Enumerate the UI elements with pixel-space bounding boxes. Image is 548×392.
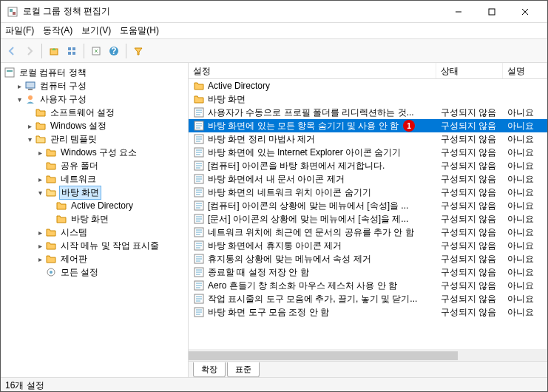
list-row[interactable]: 작업 표시줄의 도구 모음에 추가, 끌기, 놓기 및 닫기...구성되지 않음…: [189, 292, 547, 305]
tree-shared[interactable]: 공유 폴더: [4, 159, 185, 172]
list-row[interactable]: 휴지통의 상황에 맞는 메뉴에서 속성 제거구성되지 않음아니요: [189, 252, 547, 266]
tree-user[interactable]: ▾사용자 구성: [4, 92, 185, 106]
item-name: Aero 흔들기 창 최소화 마우스 제스처 사용 안 함: [208, 280, 397, 292]
chevron-right-icon[interactable]: ▸: [14, 82, 24, 90]
list-button[interactable]: [64, 43, 80, 59]
list-row[interactable]: 바탕 화면에서 내 문서 아이콘 제거구성되지 않음아니요: [189, 172, 547, 186]
tree-net[interactable]: ▸네트워크: [4, 172, 185, 186]
item-desc: 아니요: [503, 253, 547, 266]
folder-icon: [45, 160, 57, 172]
toolbar: ?: [1, 39, 547, 63]
item-state: 구성되지 않음: [436, 200, 503, 212]
back-button[interactable]: [4, 43, 20, 59]
tree-startmenu[interactable]: ▸시작 메뉴 및 작업 표시줄: [4, 239, 185, 252]
setting-icon: [193, 146, 205, 158]
tab-extended[interactable]: 확장: [193, 362, 226, 377]
chevron-right-icon[interactable]: ▸: [35, 255, 45, 263]
item-state: 구성되지 않음: [436, 266, 503, 279]
column-desc[interactable]: 설명: [503, 63, 547, 78]
list-row[interactable]: Active Directory: [189, 79, 547, 92]
svg-rect-1: [10, 9, 13, 12]
svg-rect-17: [26, 82, 35, 88]
tree-adm[interactable]: ▾관리 템플릿: [4, 132, 185, 146]
column-name[interactable]: 설정: [189, 63, 436, 78]
item-name: 바탕 화면 정리 마법사 제거: [208, 133, 315, 146]
list-row[interactable]: [컴퓨터] 아이콘의 상황에 맞는 메뉴에서 [속성]을 ...구성되지 않음아…: [189, 199, 547, 212]
window-title: 로컬 그룹 정책 편집기: [23, 5, 442, 18]
item-state: 구성되지 않음: [436, 107, 503, 119]
folder-icon: [55, 200, 67, 212]
list-row[interactable]: 사용자가 수동으로 프로필 폴더를 리디렉션하는 것...구성되지 않음아니요: [189, 106, 547, 119]
item-name: 작업 표시줄의 도구 모음에 추가, 끌기, 놓기 및 닫기...: [208, 293, 417, 305]
setting-icon: [193, 160, 205, 172]
menu-action[interactable]: 동작(A): [43, 24, 72, 37]
tree-winc[interactable]: ▸Windows 구성 요소: [4, 146, 185, 159]
refresh-button[interactable]: [88, 43, 104, 59]
statusbar: 16개 설정: [1, 377, 547, 392]
item-desc: 아니요: [503, 280, 547, 292]
list-row[interactable]: Aero 흔들기 창 최소화 마우스 제스처 사용 안 함구성되지 않음아니요: [189, 279, 547, 292]
item-state: 구성되지 않음: [436, 186, 503, 199]
menu-view[interactable]: 보기(V): [81, 24, 111, 37]
list-row[interactable]: 바탕 화면에 있는 모든 항목 숨기기 및 사용 안 함1구성되지 않음아니요: [189, 119, 547, 132]
item-state: 구성되지 않음: [436, 173, 503, 186]
list-row[interactable]: 바탕 화면의 네트워크 위치 아이콘 숨기기구성되지 않음아니요: [189, 186, 547, 199]
item-desc: 아니요: [503, 133, 547, 146]
menu-file[interactable]: 파일(F): [5, 24, 34, 37]
column-state[interactable]: 상태: [436, 63, 503, 78]
setting-icon: [193, 107, 205, 118]
list-row[interactable]: 종료할 때 설정 저장 안 함구성되지 않음아니요: [189, 266, 547, 279]
setting-icon: [193, 306, 205, 318]
horizontal-scrollbar[interactable]: [189, 349, 547, 361]
svg-rect-18: [28, 89, 33, 90]
tree-pane[interactable]: 로컬 컴퓨터 정책 ▸컴퓨터 구성 ▾사용자 구성 소프트웨어 설정 ▸Wind…: [1, 63, 189, 377]
tree-soft[interactable]: 소프트웨어 설정: [4, 106, 185, 119]
tab-standard[interactable]: 표준: [227, 362, 260, 377]
item-desc: 아니요: [503, 173, 547, 186]
list-row[interactable]: 바탕 화면에서 휴지통 아이콘 제거구성되지 않음아니요: [189, 239, 547, 252]
item-name: 바탕 화면 도구 모음 조정 안 함: [208, 306, 329, 319]
tree-win[interactable]: ▸Windows 설정: [4, 119, 185, 132]
item-desc: 아니요: [503, 160, 547, 172]
list-row[interactable]: 바탕 화면 도구 모음 조정 안 함구성되지 않음아니요: [189, 305, 547, 319]
item-name: 바탕 화면에 있는 Internet Explorer 아이콘 숨기기: [208, 146, 401, 159]
minimize-button[interactable]: [442, 1, 475, 22]
tree-desktop[interactable]: ▾바탕 화면: [4, 186, 185, 199]
filter-button[interactable]: [130, 43, 146, 59]
item-state: 구성되지 않음: [436, 293, 503, 305]
tree-computer[interactable]: ▸컴퓨터 구성: [4, 79, 185, 92]
chevron-right-icon[interactable]: ▸: [24, 122, 35, 130]
item-desc: 아니요: [503, 146, 547, 159]
maximize-button[interactable]: [475, 1, 508, 22]
chevron-right-icon[interactable]: ▸: [35, 149, 45, 157]
chevron-right-icon[interactable]: ▸: [35, 175, 45, 183]
list-row[interactable]: 바탕 화면: [189, 92, 547, 106]
list-row[interactable]: [문서] 아이콘의 상황에 맞는 메뉴에서 [속성]을 제...구성되지 않음아…: [189, 212, 547, 226]
up-button[interactable]: [46, 43, 62, 59]
close-button[interactable]: [508, 1, 541, 22]
folder-open-icon: [35, 133, 47, 145]
setting-icon: [193, 133, 205, 145]
list-row[interactable]: 바탕 화면 정리 마법사 제거구성되지 않음아니요: [189, 132, 547, 146]
list-row[interactable]: 네트워크 위치에 최근에 연 문서의 공유를 추가 안 함구성되지 않음아니요: [189, 226, 547, 239]
chevron-right-icon[interactable]: ▸: [35, 242, 45, 250]
tree-all[interactable]: 모든 설정: [4, 266, 185, 279]
chevron-down-icon[interactable]: ▾: [35, 189, 45, 197]
menu-help[interactable]: 도움말(H): [120, 24, 159, 37]
item-desc: 아니요: [503, 266, 547, 279]
forward-button[interactable]: [21, 43, 38, 59]
help-button[interactable]: ?: [106, 43, 122, 59]
chevron-down-icon[interactable]: ▾: [14, 95, 24, 104]
tree-control[interactable]: ▸제어판: [4, 252, 185, 266]
chevron-down-icon[interactable]: ▾: [24, 135, 35, 143]
list-row[interactable]: 바탕 화면에 있는 Internet Explorer 아이콘 숨기기구성되지 …: [189, 146, 547, 159]
list-row[interactable]: [컴퓨터] 아이콘을 바탕 화면에서 제거합니다.구성되지 않음아니요: [189, 159, 547, 172]
tree-root[interactable]: 로컬 컴퓨터 정책: [4, 66, 185, 79]
tree-ad[interactable]: Active Directory: [4, 199, 185, 212]
chevron-right-icon[interactable]: ▸: [35, 229, 45, 237]
svg-rect-16: [7, 70, 13, 72]
tree-desktop2[interactable]: 바탕 화면: [4, 212, 185, 226]
tree-system[interactable]: ▸시스템: [4, 226, 185, 239]
list-header: 설정 상태 설명: [189, 63, 547, 79]
list-body[interactable]: Active Directory바탕 화면사용자가 수동으로 프로필 폴더를 리…: [189, 79, 547, 349]
